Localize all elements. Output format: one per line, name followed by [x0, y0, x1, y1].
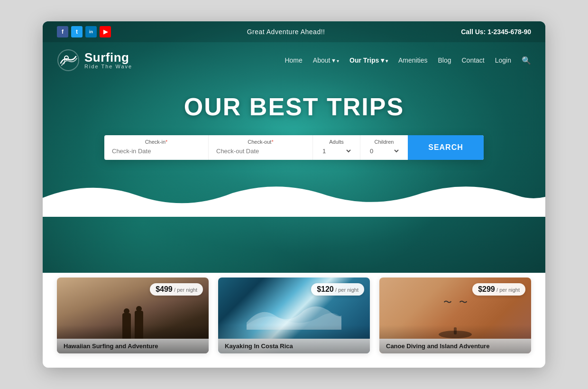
- price-badge-3: $299 / per night: [472, 283, 525, 296]
- linkedin-icon[interactable]: in: [85, 26, 97, 37]
- logo-name: Surfing: [84, 51, 132, 64]
- logo-icon: [57, 49, 80, 72]
- top-bar: f t in ▶ Great Adventure Ahead!! Call Us…: [43, 21, 545, 42]
- surfer-2: [135, 311, 143, 339]
- bird-1: 〜: [443, 296, 452, 308]
- adults-field: Adults 1 2 3 4 5: [313, 135, 360, 160]
- nav-links: Home About ▾ Our Trips ▾ Amenities Blog …: [285, 56, 531, 65]
- facebook-icon[interactable]: f: [57, 26, 68, 37]
- nav-contact[interactable]: Contact: [461, 56, 484, 64]
- search-icon[interactable]: 🔍: [522, 56, 531, 65]
- bird-2: 〜: [459, 296, 468, 308]
- svg-point-2: [439, 331, 472, 338]
- nav-our-trips[interactable]: Our Trips ▾: [349, 56, 388, 64]
- adults-label: Adults: [321, 139, 352, 145]
- nav-bar: Surfing Ride The Wave Home About ▾ Our T…: [43, 42, 545, 78]
- checkin-input[interactable]: [112, 148, 201, 155]
- surfer-silhouettes: [122, 311, 143, 339]
- price-badge-2: $120 / per night: [311, 283, 364, 296]
- checkout-label: Check-out*: [216, 139, 305, 145]
- card-title-1: Hawaiian Surfing and Adventure: [57, 339, 209, 353]
- children-label: Children: [368, 139, 400, 145]
- nav-login[interactable]: Login: [495, 56, 511, 64]
- checkin-field: Check-in*: [104, 135, 209, 160]
- hero-title: OUR BEST TRIPS: [52, 93, 536, 121]
- top-phone: Call Us: 1-2345-678-90: [461, 28, 531, 36]
- surfer-1: [122, 313, 131, 339]
- social-icons-group: f t in ▶: [57, 26, 111, 37]
- svg-rect-3: [454, 327, 457, 334]
- browser-window: f t in ▶ Great Adventure Ahead!! Call Us…: [43, 21, 545, 368]
- cards-grid: $499 / per night Hawaiian Surfing and Ad…: [57, 278, 531, 353]
- top-tagline: Great Adventure Ahead!!: [247, 28, 325, 36]
- nav-blog[interactable]: Blog: [438, 56, 451, 64]
- search-button[interactable]: SEARCH: [408, 135, 484, 160]
- wave-divider: [43, 179, 545, 217]
- card-title-3: Canoe Diving and Island Adventure: [379, 339, 531, 353]
- logo-area[interactable]: Surfing Ride The Wave: [57, 49, 132, 72]
- trip-card-2[interactable]: $120 / per night Kayaking In Costa Rica: [218, 278, 370, 353]
- birds-decoration: 〜 〜: [443, 296, 468, 308]
- card-image-3: 〜 〜 $299 / per night Canoe Diving and Is…: [379, 278, 531, 353]
- nav-amenities[interactable]: Amenities: [398, 56, 427, 64]
- wave-svg: [233, 301, 355, 330]
- youtube-icon[interactable]: ▶: [100, 26, 111, 37]
- trip-card-3[interactable]: 〜 〜 $299 / per night Canoe Diving and Is…: [379, 278, 531, 353]
- card-image-1: $499 / per night Hawaiian Surfing and Ad…: [57, 278, 209, 353]
- canoe-svg: [436, 325, 474, 339]
- adults-select[interactable]: 1 2 3 4 5: [321, 147, 352, 155]
- search-form: Check-in* Check-out* Adults 1 2 3: [104, 135, 484, 160]
- checkout-field: Check-out*: [209, 135, 313, 160]
- trip-card-1[interactable]: $499 / per night Hawaiian Surfing and Ad…: [57, 278, 209, 353]
- hero-section: f t in ▶ Great Adventure Ahead!! Call Us…: [43, 21, 545, 273]
- logo-text: Surfing Ride The Wave: [84, 51, 132, 69]
- nav-home[interactable]: Home: [285, 56, 302, 64]
- card-title-2: Kayaking In Costa Rica: [218, 339, 370, 353]
- card-image-2: $120 / per night Kayaking In Costa Rica: [218, 278, 370, 353]
- checkout-input[interactable]: [216, 148, 305, 155]
- nav-about[interactable]: About ▾: [313, 56, 339, 64]
- cards-section: $499 / per night Hawaiian Surfing and Ad…: [43, 273, 545, 368]
- children-field: Children 0 1 2 3 4: [360, 135, 408, 160]
- price-badge-1: $499 / per night: [150, 283, 203, 296]
- hero-content: OUR BEST TRIPS Check-in* Check-out* Adul: [43, 78, 545, 169]
- children-select[interactable]: 0 1 2 3 4: [368, 147, 400, 155]
- twitter-icon[interactable]: t: [71, 26, 83, 37]
- logo-tagline: Ride The Wave: [84, 64, 132, 69]
- checkin-label: Check-in*: [112, 139, 201, 145]
